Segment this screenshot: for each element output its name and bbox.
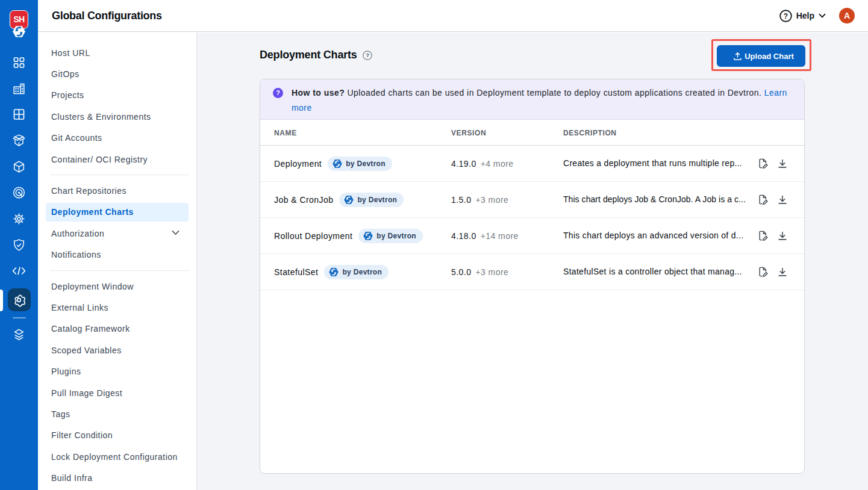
svg-text:?: ? xyxy=(366,52,369,58)
svg-text:?: ? xyxy=(783,11,787,20)
